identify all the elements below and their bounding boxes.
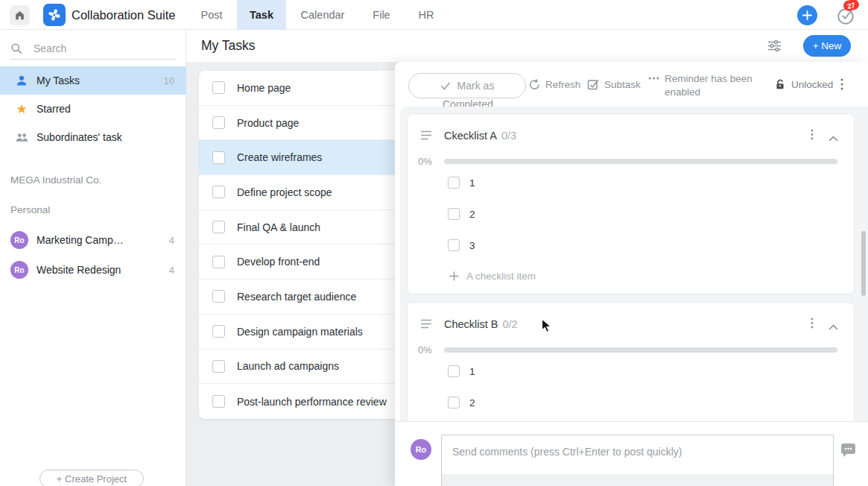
task-row-selected[interactable]: Create wireframes: [199, 140, 402, 175]
task-checkbox[interactable]: [212, 395, 225, 408]
checklist-item[interactable]: 3: [448, 239, 475, 251]
task-title: Post-launch performance review: [237, 396, 387, 408]
task-row[interactable]: Product page: [199, 106, 402, 141]
reminder-label: Reminder has been enabled: [665, 72, 755, 99]
composer-toolbar-area: [442, 474, 833, 486]
create-project-button[interactable]: + Create Project: [39, 470, 144, 486]
task-checkbox[interactable]: [212, 81, 225, 94]
subtask-button[interactable]: Subtask: [587, 62, 641, 107]
app-logo-icon[interactable]: [43, 4, 66, 26]
sidebar-item-label: Subordinates' task: [37, 131, 122, 143]
checklist-item[interactable]: 2: [448, 397, 475, 408]
task-title: Develop front-end: [237, 256, 320, 268]
task-checkbox[interactable]: [212, 151, 225, 164]
sidebar-section-personal: Personal: [10, 204, 50, 215]
chevron-up-icon[interactable]: [829, 320, 838, 333]
refresh-button[interactable]: Refresh: [529, 62, 580, 107]
mark-as-button[interactable]: Mark as: [408, 73, 526, 98]
refresh-label: Refresh: [545, 79, 580, 90]
star-icon: ★: [15, 103, 28, 116]
search-input[interactable]: Search: [10, 37, 176, 60]
reminder-button[interactable]: Reminder has been enabled: [648, 62, 755, 96]
task-row[interactable]: Launch ad campaigns: [199, 350, 402, 385]
task-row[interactable]: Final QA & launch: [199, 210, 402, 245]
checklist-menu-button[interactable]: [811, 318, 814, 332]
task-row[interactable]: Home page: [199, 71, 402, 106]
tab-task[interactable]: Task: [237, 0, 286, 30]
chevron-up-icon[interactable]: [829, 131, 838, 145]
kebab-icon: [811, 129, 814, 140]
kebab-icon: [840, 78, 843, 90]
project-count: 4: [169, 235, 174, 246]
search-icon: [10, 42, 22, 54]
item-checkbox[interactable]: [448, 239, 460, 251]
comments-bubble-button[interactable]: [840, 443, 856, 461]
task-row[interactable]: Post-launch performance review: [199, 384, 402, 419]
add-item-label: A checklist item: [466, 271, 536, 282]
task-checkbox[interactable]: [212, 256, 225, 268]
checklist-item[interactable]: 1: [448, 365, 475, 377]
item-checkbox[interactable]: [448, 208, 460, 220]
sidebar-item-subordinates-task[interactable]: Subordinates' task: [0, 123, 186, 151]
task-row[interactable]: Develop front-end: [199, 244, 402, 280]
item-label: 2: [469, 397, 475, 408]
item-checkbox[interactable]: [448, 365, 460, 377]
lock-open-icon: [774, 78, 786, 90]
person-icon: [16, 75, 28, 86]
subtask-checkbox-icon: [587, 78, 599, 90]
topbar: Collaboration Suite Post Task Calendar F…: [0, 0, 868, 30]
sidebar-section-company: MEGA Industrial Co.: [10, 174, 101, 186]
checklist-progress: 0/2: [503, 318, 518, 330]
task-checkbox[interactable]: [212, 325, 225, 338]
comment-composer: Ro Send comments (press Ctrl+Enter to po…: [395, 421, 868, 486]
filter-button[interactable]: [767, 40, 781, 55]
tab-file[interactable]: File: [361, 0, 402, 30]
tasks-header: My Tasks + New: [186, 30, 868, 62]
add-checklist-item-button[interactable]: A checklist item: [449, 271, 536, 282]
unlocked-button[interactable]: Unlocked: [774, 62, 833, 107]
brand-title: Collaboration Suite: [72, 0, 175, 30]
quick-add-button[interactable]: [797, 5, 817, 25]
sidebar-project-website[interactable]: Ro Website Redesign 4: [0, 255, 186, 285]
task-checkbox[interactable]: [212, 221, 225, 233]
checklist-item[interactable]: 1: [448, 177, 475, 189]
task-checkbox[interactable]: [212, 360, 225, 373]
sidebar-item-label: My Tasks: [37, 75, 80, 86]
home-button[interactable]: [10, 5, 30, 25]
tab-post[interactable]: Post: [190, 0, 233, 30]
pinwheel-icon: [47, 7, 62, 22]
checklist-item[interactable]: 2: [448, 208, 475, 220]
avatar: Ro: [10, 231, 28, 249]
people-icon: [16, 132, 28, 143]
task-title: Define project scope: [237, 186, 332, 198]
sidebar-project-marketing[interactable]: Ro Marketing Camp… 4: [0, 225, 186, 255]
checklist-menu-button[interactable]: [811, 129, 814, 143]
toolbar-menu-button[interactable]: [840, 78, 843, 93]
comment-placeholder: Send comments (press Ctrl+Enter to post …: [452, 446, 823, 458]
sidebar-item-starred[interactable]: ★ Starred: [0, 95, 186, 123]
item-checkbox[interactable]: [448, 177, 460, 189]
task-title: Launch ad campaigns: [237, 360, 339, 372]
item-label: 1: [469, 177, 475, 189]
checklist-card-a: Ckecklist A0/3 0% 1 2 3 A checklist item: [407, 113, 855, 294]
task-list: Home page Product page Create wireframes…: [199, 71, 402, 419]
task-checkbox[interactable]: [212, 290, 225, 303]
tab-calendar[interactable]: Calendar: [295, 0, 350, 30]
new-task-button[interactable]: + New: [803, 35, 851, 57]
task-checkbox[interactable]: [212, 116, 225, 129]
checklist-icon: [420, 130, 432, 140]
task-title: Final QA & launch: [237, 221, 320, 233]
item-checkbox[interactable]: [448, 397, 460, 408]
sidebar: Search My Tasks 10 ★ Starred Subordinate…: [0, 30, 186, 486]
task-title: Research target audience: [237, 291, 356, 303]
tab-hr[interactable]: HR: [411, 0, 441, 30]
sidebar-item-my-tasks[interactable]: My Tasks 10: [0, 66, 186, 95]
task-row[interactable]: Define project scope: [199, 175, 402, 210]
scrollbar-thumb[interactable]: [861, 231, 866, 296]
task-row[interactable]: Design campaign materials: [199, 315, 402, 350]
task-checkbox[interactable]: [212, 186, 225, 198]
tasks-counter-button[interactable]: 27: [836, 5, 857, 26]
comment-input[interactable]: Send comments (press Ctrl+Enter to post …: [441, 435, 834, 486]
item-label: 1: [469, 366, 475, 377]
task-row[interactable]: Research target audience: [199, 280, 402, 315]
